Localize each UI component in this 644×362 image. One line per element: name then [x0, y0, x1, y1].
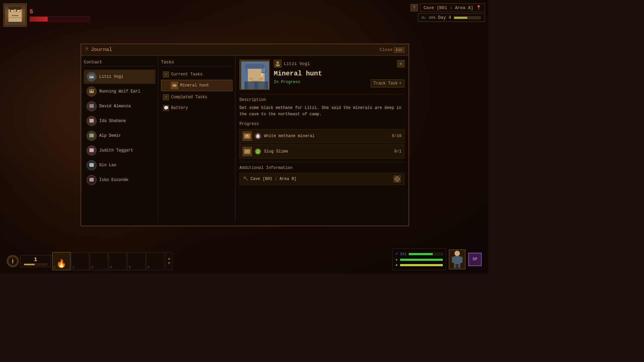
contact-item-litzi[interactable]: Litzi Vogl: [84, 70, 155, 84]
contact-header: Contact: [84, 60, 155, 66]
detail-title-area: Litzi Vogl ⊕ Mineral hunt In Progress Tr…: [274, 60, 405, 87]
svg-rect-17: [92, 90, 93, 91]
svg-rect-32: [173, 85, 174, 86]
stat-fill-1: [409, 253, 433, 255]
track-task-button[interactable]: Track Task +: [371, 79, 405, 87]
detail-contact-icon: [274, 60, 282, 68]
inventory-slots: 🔥 1 2 3 4 5 6: [52, 252, 164, 270]
svg-rect-8: [8, 7, 22, 9]
litzi-portrait-image: [241, 61, 268, 88]
stat-fill-3: [400, 264, 443, 266]
svg-rect-23: [89, 133, 94, 137]
health-bar-fill: [30, 17, 48, 21]
current-tasks-header[interactable]: + Current Tasks: [161, 70, 232, 79]
contact-item-judith[interactable]: Judith Taggart: [84, 143, 155, 158]
tasks-panel: Tasks + Current Tasks Miner: [158, 56, 235, 223]
contact-item-alp[interactable]: Alp Demir: [84, 129, 155, 143]
detail-header: Litzi Vogl ⊕ Mineral hunt In Progress Tr…: [239, 60, 405, 90]
location-pin-icon: 📍: [476, 5, 481, 10]
pickaxe-icon: ⛏: [243, 176, 248, 182]
svg-rect-72: [460, 257, 463, 263]
svg-rect-13: [89, 74, 94, 76]
inv-slot-4[interactable]: 4: [109, 252, 127, 270]
contact-item-gin[interactable]: Gin Lao: [84, 158, 155, 172]
svg-point-58: [259, 152, 260, 153]
contact-name-gin: Gin Lao: [99, 163, 116, 168]
completed-tasks-header[interactable]: + Completed Tasks: [161, 93, 232, 102]
mineral-count: 8/10: [392, 134, 401, 138]
inv-slot-6[interactable]: 6: [146, 252, 164, 270]
battery-icon: 💬: [163, 105, 169, 111]
pin-button[interactable]: ⊕: [397, 60, 405, 67]
description-title: Description: [239, 98, 405, 102]
svg-rect-45: [258, 81, 265, 90]
player-hud-figure: [449, 249, 466, 269]
detail-status: In Progress: [274, 80, 300, 84]
contact-item-david[interactable]: David Almanza: [84, 99, 155, 113]
inv-slot-5[interactable]: 5: [127, 252, 146, 270]
inv-slot-3[interactable]: 3: [90, 252, 108, 270]
svg-rect-41: [260, 77, 263, 80]
compass: [7, 255, 19, 267]
contact-item-running-wolf[interactable]: Running Wolf Earl: [84, 84, 155, 99]
money-value: 1: [24, 257, 47, 263]
contact-item-ida[interactable]: Ida Shahane: [84, 114, 155, 128]
tasks-header: Tasks: [161, 60, 232, 66]
journal-title-text: Journal: [91, 47, 112, 53]
task-mineral-hunt[interactable]: Mineral hunt: [161, 80, 232, 91]
inv-slot-2[interactable]: 2: [71, 252, 89, 270]
additional-info-title: Additional Information: [239, 166, 405, 170]
svg-rect-44: [248, 81, 255, 90]
contact-name-rw: Running Wolf Earl: [99, 89, 140, 94]
contact-avatar-isko: [87, 175, 97, 185]
svg-rect-74: [458, 264, 461, 268]
target-icon[interactable]: [393, 175, 401, 183]
battery-header[interactable]: 💬 Battery: [161, 103, 232, 113]
description-text: Get some black methane for Litzi. She sa…: [239, 105, 405, 118]
lightning-icon: ⚡: [395, 251, 398, 256]
contact-item-isko[interactable]: Isko Exconde: [84, 173, 155, 187]
right-hud: ⚡ 231 ● ●: [392, 248, 482, 270]
day-label: Day 4: [438, 15, 451, 20]
pin-icon: ⊕: [399, 61, 402, 66]
svg-rect-3: [11, 10, 14, 12]
location-bar: Cave [B01 : Area A] 📍: [420, 3, 485, 12]
sp-badge[interactable]: 5P: [468, 253, 482, 266]
help-button[interactable]: ?: [411, 4, 418, 11]
svg-rect-16: [90, 90, 91, 91]
contact-avatar-litzi: [87, 72, 97, 82]
svg-point-38: [250, 73, 254, 77]
track-label: Track Task: [374, 81, 398, 86]
contact-name-alp: Alp Demir: [99, 133, 121, 138]
contact-avatar-judith: [87, 145, 97, 156]
stat-bar-1: [409, 253, 443, 255]
bottom-hud: 1 🔥 1 2 3 4 5 6: [0, 248, 488, 274]
inv-slot-4-num: 4: [110, 266, 112, 269]
mineral-name: White methane mineral: [264, 134, 389, 138]
progress-title: Progress: [239, 122, 405, 126]
day-bar: O₂ 90% Day 4: [418, 13, 485, 22]
close-button[interactable]: Close ESC: [379, 47, 405, 53]
hud-topright: ? Cave [B01 : Area A] 📍 O₂ 90% Day 4: [411, 3, 485, 22]
svg-point-68: [12, 260, 13, 262]
inv-arrow-up[interactable]: ▲▼: [166, 252, 172, 270]
player-face: [5, 5, 25, 25]
contact-avatar-alp: [87, 131, 97, 141]
stats-panel: ⚡ 231 ● ●: [392, 248, 446, 270]
current-tasks-section: + Current Tasks Mineral hunt: [161, 70, 232, 91]
contact-name-ida: Ida Shahane: [99, 119, 126, 123]
avatar-portrait: [5, 5, 25, 25]
contact-avatar-david: [87, 101, 97, 111]
stat-row-yellow: ●: [395, 263, 443, 267]
journal-modal: ? Journal Close ESC Contact: [80, 44, 409, 226]
close-label: Close: [379, 47, 392, 52]
completed-tasks-section: + Completed Tasks: [161, 93, 232, 102]
stat-yellow-icon: ●: [395, 263, 398, 267]
task-mineral-label: Mineral hunt: [180, 83, 209, 88]
inv-slot-1[interactable]: 🔥 1: [52, 252, 70, 270]
battery-label: Battery: [171, 106, 188, 110]
svg-rect-73: [454, 264, 457, 268]
contact-name-isko: Isko Exconde: [99, 178, 128, 182]
svg-rect-21: [89, 119, 94, 122]
progress-icon-slime: [243, 147, 252, 156]
